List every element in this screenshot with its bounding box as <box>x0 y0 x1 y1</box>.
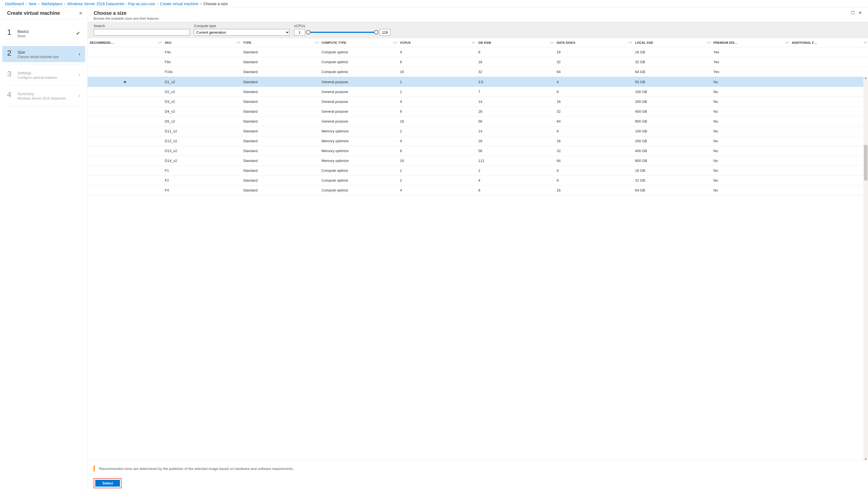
close-icon[interactable]: ✕ <box>79 11 82 16</box>
breadcrumb-offer[interactable]: Windows Server 2016 Datacenter - Pay-as-… <box>67 2 155 6</box>
sort-icon: ▲▼ <box>237 42 240 44</box>
cell-compute-type: General purpose <box>319 77 398 87</box>
scrollbar-thumb[interactable] <box>864 145 867 180</box>
maximize-icon[interactable]: ☐ <box>851 10 855 15</box>
cell-vcpus: 2 <box>398 87 476 97</box>
col-additional[interactable]: ADDITIONAL F…▲▼ <box>790 38 868 47</box>
sort-icon: ▲▼ <box>864 42 867 44</box>
step-size[interactable]: 2 Size Choose virtual machine size › <box>2 46 85 62</box>
cell-premium: Yes <box>711 67 789 77</box>
cell-type: Standard <box>241 107 319 117</box>
col-type[interactable]: TYPE▲▼ <box>241 38 319 47</box>
breadcrumb-dashboard[interactable]: Dashboard <box>5 2 24 6</box>
table-row[interactable]: F4StandardCompute optimiz481664 GBNo <box>88 185 868 195</box>
cell-vcpus: 8 <box>398 146 476 156</box>
cell-sku: D12_v2 <box>163 136 241 146</box>
cell-additional <box>790 185 868 195</box>
breadcrumb-marketplace[interactable]: Marketplace <box>42 2 62 6</box>
col-data-disks[interactable]: DATA DISKS▲▼ <box>554 38 633 47</box>
cell-sku: F4 <box>163 185 241 195</box>
search-input[interactable] <box>93 29 189 35</box>
breadcrumb: Dashboard> New> Marketplace> Windows Ser… <box>0 0 868 8</box>
table-row[interactable]: D5_v2StandardGeneral purpose165664800 GB… <box>88 117 868 126</box>
cell-vcpus: 2 <box>398 126 476 136</box>
cell-data-disks: 4 <box>554 77 633 87</box>
cell-local-ssd: 32 GB <box>633 57 711 67</box>
table-row[interactable]: F16sStandardCompute optimiz16326464 GBYe… <box>88 67 868 77</box>
select-button[interactable]: Select <box>95 480 120 487</box>
col-local-ssd[interactable]: LOCAL SSD▲▼ <box>633 38 711 47</box>
col-sku[interactable]: SKU▲▼ <box>163 38 241 47</box>
scroll-down-icon[interactable]: ▼ <box>864 458 867 460</box>
step-title: Summary <box>18 92 74 96</box>
table-row[interactable]: F1StandardCompute optimiz12416 GBNo <box>88 166 868 176</box>
col-gb-ram[interactable]: GB RAM▲▼ <box>476 38 554 47</box>
vcpus-min-input[interactable] <box>294 29 305 35</box>
cell-recommended <box>88 156 163 166</box>
vcpus-slider[interactable] <box>307 29 378 35</box>
breadcrumb-create-vm[interactable]: Create virtual machine <box>160 2 198 6</box>
cell-recommended <box>88 126 163 136</box>
cell-local-ssd: 800 GB <box>633 117 711 126</box>
col-compute-type[interactable]: COMPUTE TYPE▲▼ <box>319 38 398 47</box>
sort-icon: ▲▼ <box>471 42 476 44</box>
cell-gb-ram: 2 <box>476 166 554 176</box>
cell-vcpus: 1 <box>398 166 476 176</box>
divider <box>7 85 80 85</box>
step-subtitle: Configure optional features <box>18 76 70 80</box>
step-summary[interactable]: 4 Summary Windows Server 2016 Datacenter… <box>2 88 85 104</box>
chevron-right-icon: > <box>64 2 66 5</box>
cell-premium: No <box>711 87 789 97</box>
compute-type-label: Compute type <box>194 24 290 28</box>
step-settings[interactable]: 3 Settings Configure optional features › <box>2 67 85 83</box>
cell-data-disks: 16 <box>554 136 633 146</box>
chevron-right-icon: › <box>79 72 80 78</box>
cell-additional <box>790 126 868 136</box>
cell-local-ssd: 100 GB <box>633 87 711 97</box>
col-vcpus[interactable]: VCPUS▲▼ <box>398 38 476 47</box>
table-row[interactable]: D13_v2StandardMemory optimize85632400 GB… <box>88 146 868 156</box>
table-row[interactable]: ★D1_v2StandardGeneral purpose13.5450 GBN… <box>88 77 868 87</box>
table-row[interactable]: F4sStandardCompute optimiz481616 GBYes <box>88 47 868 57</box>
cell-local-ssd: 400 GB <box>633 107 711 117</box>
table-row[interactable]: D14_v2StandardMemory optimize1611264800 … <box>88 156 868 166</box>
table-row[interactable]: D3_v2StandardGeneral purpose41416200 GBN… <box>88 97 868 107</box>
col-premium-disk[interactable]: PREMIUM DIS…▲▼ <box>711 38 789 47</box>
breadcrumb-current: Choose a size <box>204 2 228 6</box>
cell-type: Standard <box>241 156 319 166</box>
close-icon[interactable]: ✕ <box>859 10 862 15</box>
table-row[interactable]: F8sStandardCompute optimiz8163232 GBYes <box>88 57 868 67</box>
table-row[interactable]: D2_v2StandardGeneral purpose278100 GBNo <box>88 87 868 97</box>
scroll-up-icon[interactable]: ▲ <box>864 77 867 79</box>
col-recommended[interactable]: RECOMMEND…▲▼ <box>88 38 163 47</box>
filter-bar: Search Compute type Current generation v… <box>88 22 868 38</box>
cell-premium: No <box>711 176 789 185</box>
cell-vcpus: 4 <box>398 136 476 146</box>
slider-thumb-max[interactable] <box>374 30 378 34</box>
cell-local-ssd: 800 GB <box>633 156 711 166</box>
search-label: Search <box>93 24 189 28</box>
size-table: RECOMMEND…▲▼ SKU▲▼ TYPE▲▼ COMPUTE TYPE▲▼… <box>88 38 868 195</box>
cell-data-disks: 16 <box>554 97 633 107</box>
vertical-scrollbar[interactable]: ▲ ▼ <box>863 77 868 460</box>
select-button-highlight: Select <box>93 478 121 488</box>
cell-type: Standard <box>241 136 319 146</box>
slider-thumb-min[interactable] <box>306 30 310 34</box>
step-basics[interactable]: 1 Basics Done ✔ <box>2 25 85 41</box>
vcpus-label: vCPUs <box>294 24 390 28</box>
table-row[interactable]: D12_v2StandardMemory optimize42816200 GB… <box>88 136 868 146</box>
cell-data-disks: 64 <box>554 67 633 77</box>
table-row[interactable]: F2StandardCompute optimiz24832 GBNo <box>88 176 868 185</box>
table-row[interactable]: D11_v2StandardMemory optimize2148100 GBN… <box>88 126 868 136</box>
vcpus-max-input[interactable] <box>380 29 390 35</box>
table-row[interactable]: D4_v2StandardGeneral purpose82832400 GBN… <box>88 107 868 117</box>
breadcrumb-new[interactable]: New <box>29 2 36 6</box>
cell-local-ssd: 32 GB <box>633 176 711 185</box>
cell-sku: D4_v2 <box>163 107 241 117</box>
compute-type-select[interactable]: Current generation <box>194 29 290 35</box>
table-header-row: RECOMMEND…▲▼ SKU▲▼ TYPE▲▼ COMPUTE TYPE▲▼… <box>88 38 868 47</box>
cell-sku: F1 <box>163 166 241 176</box>
cell-gb-ram: 3.5 <box>476 77 554 87</box>
cell-gb-ram: 16 <box>476 57 554 67</box>
cell-type: Standard <box>241 87 319 97</box>
